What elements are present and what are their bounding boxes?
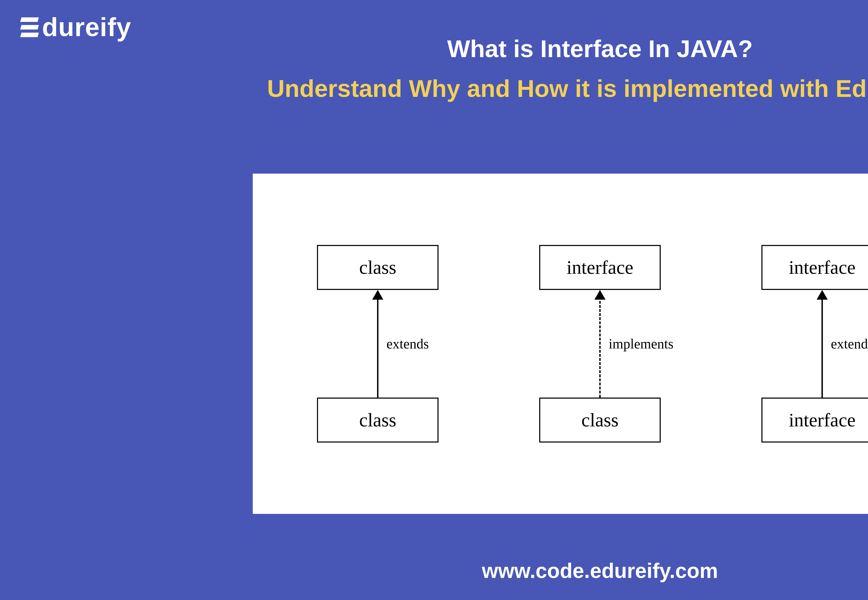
diagram-top-box: interface bbox=[761, 245, 868, 290]
diagram-column: interface implements class bbox=[539, 245, 661, 442]
arrow-label: extends bbox=[386, 336, 429, 352]
brand-logo: dureify bbox=[21, 12, 131, 42]
arrow-line-solid bbox=[377, 297, 379, 398]
arrow-label: implements bbox=[609, 336, 673, 352]
arrow-line-dashed bbox=[599, 297, 601, 398]
diagram-column: class extends class bbox=[317, 245, 439, 442]
page-subtitle: Understand Why and How it is implemented… bbox=[120, 73, 868, 104]
diagram-bottom-box: class bbox=[539, 398, 661, 442]
arrow-line-solid bbox=[821, 297, 823, 398]
diagram-top-box: class bbox=[317, 245, 439, 290]
interface-diagram: class extends class interface implements… bbox=[253, 174, 868, 514]
arrow: extends bbox=[800, 290, 845, 398]
arrow-label: extends bbox=[831, 336, 868, 352]
page-title: What is Interface In JAVA? bbox=[120, 35, 868, 63]
logo-text: dureify bbox=[42, 12, 131, 42]
diagram-bottom-box: class bbox=[317, 398, 439, 442]
logo-bars-icon bbox=[21, 17, 38, 37]
diagram-bottom-box: interface bbox=[761, 398, 868, 442]
footer-url: www.code.edureify.com bbox=[482, 559, 718, 583]
arrow: implements bbox=[577, 290, 623, 398]
heading-block: What is Interface In JAVA? Understand Wh… bbox=[120, 35, 868, 104]
arrow: extends bbox=[355, 290, 400, 398]
diagram-column: interface extends interface bbox=[761, 245, 868, 442]
diagram-top-box: interface bbox=[539, 245, 661, 290]
